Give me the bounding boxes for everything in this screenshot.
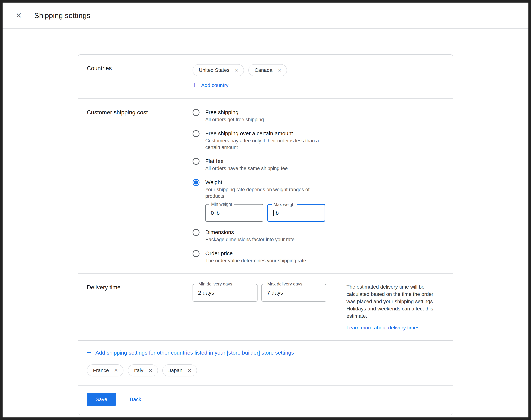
country-chip-italy: Italy ✕ (128, 364, 158, 376)
chip-label: Canada (255, 67, 273, 73)
delivery-time-content: Min delivery days 2 days Max delivery da… (193, 283, 444, 331)
radio-icon[interactable] (193, 179, 199, 186)
remove-icon[interactable]: ✕ (113, 367, 119, 374)
chip-label: Japan (168, 367, 182, 373)
option-description: Customers pay a fee only if their order … (205, 137, 326, 150)
max-delivery-days-field[interactable]: Max delivery days 7 days (261, 284, 326, 301)
countries-label: Countries (87, 64, 193, 89)
chip-label: Italy (134, 367, 143, 373)
option-text: Weight Your shipping rate depends on wei… (205, 178, 326, 222)
remove-icon[interactable]: ✕ (187, 367, 192, 374)
radio-icon[interactable] (193, 109, 199, 116)
chip-label: United States (199, 67, 229, 73)
plus-icon: + (87, 349, 91, 356)
option-title: Flat fee (205, 157, 288, 165)
close-icon[interactable]: ✕ (14, 10, 23, 21)
shipping-cost-label: Customer shipping cost (87, 108, 193, 264)
delivery-times-link[interactable]: Learn more about delivery times (347, 325, 419, 331)
radio-icon[interactable] (193, 130, 199, 137)
add-country-label: Add country (201, 82, 228, 88)
option-text: Flat fee All orders have the same shippi… (205, 157, 288, 172)
option-text: Free shipping over a certain amount Cust… (205, 129, 326, 150)
countries-section: Countries United States ✕ Canada ✕ + Add… (78, 55, 453, 98)
countries-content: United States ✕ Canada ✕ + Add country (193, 64, 287, 89)
weight-fields-row: Min weight 0 lb Max weight lb (205, 204, 326, 222)
delivery-time-note: The estimated delivery time will be calc… (337, 283, 436, 331)
remove-icon[interactable]: ✕ (148, 367, 153, 374)
dialog-header: ✕ Shipping settings (2, 2, 529, 29)
max-delivery-days-label: Max delivery days (266, 282, 304, 286)
delivery-fields-row: Min delivery days 2 days Max delivery da… (193, 284, 326, 331)
shipping-cost-section: Customer shipping cost Free shipping All… (78, 98, 453, 273)
chip-label: France (93, 367, 109, 373)
max-delivery-days-value: 7 days (262, 284, 326, 301)
save-button[interactable]: Save (87, 393, 116, 406)
remove-icon[interactable]: ✕ (234, 67, 239, 73)
add-other-countries-label: Add shipping settings for other countrie… (95, 350, 294, 356)
option-title: Order price (205, 249, 306, 257)
option-description: All orders have the same shipping fee (205, 165, 288, 172)
shipping-cost-options: Free shipping All orders get free shippi… (193, 108, 444, 264)
text-cursor (273, 210, 274, 216)
country-chip-canada: Canada ✕ (248, 64, 287, 76)
radio-icon[interactable] (193, 158, 199, 165)
min-weight-field[interactable]: Min weight 0 lb (205, 204, 263, 222)
option-title: Free shipping (205, 108, 264, 116)
add-other-countries-button[interactable]: + Add shipping settings for other countr… (87, 349, 294, 356)
radio-icon[interactable] (193, 250, 199, 257)
country-chip-united-states: United States ✕ (193, 64, 244, 76)
delivery-note-text: The estimated delivery time will be calc… (347, 283, 436, 320)
settings-card: Countries United States ✕ Canada ✕ + Add… (78, 54, 453, 415)
countries-chip-row: United States ✕ Canada ✕ (193, 64, 287, 76)
min-weight-field-label: Min weight (209, 202, 234, 207)
option-title: Weight (205, 178, 326, 186)
delivery-time-label: Delivery time (87, 283, 193, 331)
option-order-price[interactable]: Order price The order value determines y… (193, 249, 444, 264)
option-description: Your shipping rate depends on weight ran… (205, 186, 326, 199)
option-text: Free shipping All orders get free shippi… (205, 108, 264, 123)
dialog-footer: Save Back (78, 385, 453, 415)
page-title: Shipping settings (34, 12, 91, 20)
min-weight-field-value: 0 lb (206, 205, 263, 221)
remove-icon[interactable]: ✕ (277, 67, 282, 73)
delivery-time-section: Delivery time Min delivery days 2 days M… (78, 273, 453, 340)
max-weight-field-label: Max weight (272, 202, 297, 207)
option-description: All orders get free shipping (205, 116, 264, 123)
back-button[interactable]: Back (124, 394, 147, 405)
min-weight-value-text: 0 lb (211, 210, 220, 216)
shipping-settings-dialog: ✕ Shipping settings Countries United Sta… (0, 0, 531, 420)
option-text: Order price The order value determines y… (205, 249, 306, 264)
country-chip-japan: Japan ✕ (162, 364, 197, 376)
option-weight[interactable]: Weight Your shipping rate depends on wei… (193, 178, 444, 222)
option-description: The order value determines your shipping… (205, 257, 306, 264)
min-delivery-days-field[interactable]: Min delivery days 2 days (193, 284, 258, 301)
max-weight-value-text: lb (274, 210, 279, 216)
option-flat-fee[interactable]: Flat fee All orders have the same shippi… (193, 157, 444, 172)
option-title: Free shipping over a certain amount (205, 129, 326, 137)
country-chip-france: France ✕ (87, 364, 123, 376)
radio-icon[interactable] (193, 229, 199, 236)
max-delivery-days-text: 7 days (267, 290, 283, 296)
min-delivery-days-label: Min delivery days (197, 282, 234, 286)
max-weight-field-value: lb (268, 205, 325, 221)
add-country-button[interactable]: + Add country (193, 82, 228, 89)
min-delivery-days-value: 2 days (193, 284, 257, 301)
other-countries-section: + Add shipping settings for other countr… (78, 340, 453, 385)
option-description: Package dimensions factor into your rate (205, 236, 294, 243)
option-free-over-amount[interactable]: Free shipping over a certain amount Cust… (193, 129, 444, 150)
option-text: Dimensions Package dimensions factor int… (205, 228, 294, 243)
max-weight-field[interactable]: Max weight lb (267, 204, 325, 222)
option-free-shipping[interactable]: Free shipping All orders get free shippi… (193, 108, 444, 123)
min-delivery-days-text: 2 days (198, 290, 214, 296)
option-title: Dimensions (205, 228, 294, 236)
plus-icon: + (193, 81, 197, 89)
other-countries-chip-row: France ✕ Italy ✕ Japan ✕ (87, 364, 444, 376)
option-dimensions[interactable]: Dimensions Package dimensions factor int… (193, 228, 444, 243)
